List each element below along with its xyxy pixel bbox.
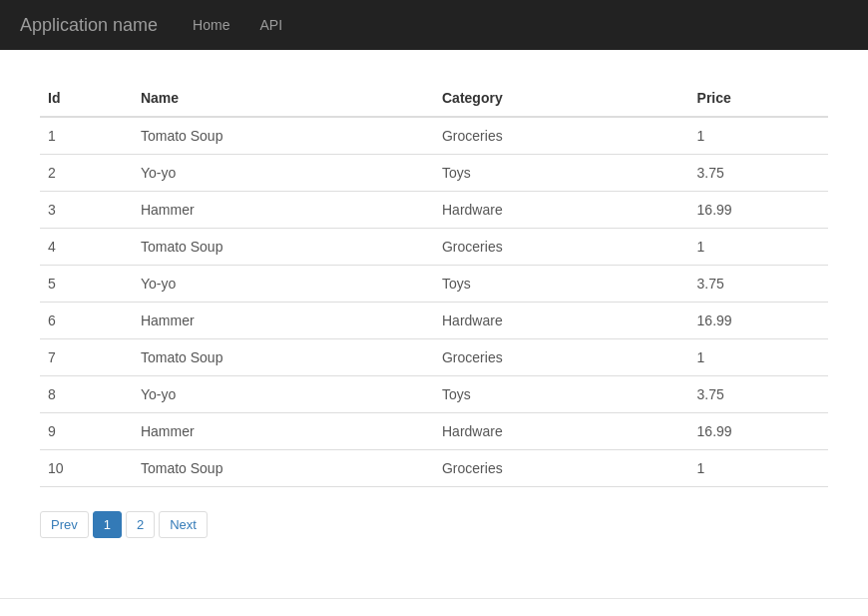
table-body: 1 Tomato Soup Groceries 1 2 Yo-yo Toys 3… — [40, 117, 828, 487]
navbar-item-api: API — [244, 2, 297, 48]
cell-price: 1 — [689, 450, 828, 487]
next-link[interactable]: Next — [159, 511, 208, 538]
table-row: 10 Tomato Soup Groceries 1 — [40, 450, 828, 487]
cell-id: 10 — [40, 450, 133, 487]
cell-name: Tomato Soup — [133, 117, 434, 155]
cell-category: Toys — [434, 155, 689, 192]
header-price: Price — [689, 80, 828, 117]
cell-category: Hardware — [434, 192, 689, 229]
navbar-link-home[interactable]: Home — [178, 2, 244, 48]
cell-id: 8 — [40, 376, 133, 413]
cell-id: 4 — [40, 229, 133, 266]
cell-name: Hammer — [133, 413, 434, 450]
table-row: 6 Hammer Hardware 16.99 — [40, 303, 828, 339]
cell-id: 6 — [40, 303, 133, 339]
products-table: Id Name Category Price 1 Tomato Soup Gro… — [40, 80, 828, 487]
navbar-item-home: Home — [178, 2, 244, 48]
cell-price: 1 — [689, 117, 828, 155]
cell-category: Toys — [434, 266, 689, 303]
cell-price: 3.75 — [689, 376, 828, 413]
pagination-next[interactable]: Next — [159, 511, 208, 538]
cell-name: Yo-yo — [133, 266, 434, 303]
cell-id: 3 — [40, 192, 133, 229]
main-content: Id Name Category Price 1 Tomato Soup Gro… — [0, 50, 868, 558]
navbar: Application name Home API — [0, 0, 868, 50]
cell-id: 1 — [40, 117, 133, 155]
cell-price: 3.75 — [689, 266, 828, 303]
page-1-link[interactable]: 1 — [93, 511, 122, 538]
cell-price: 16.99 — [689, 303, 828, 339]
table-row: 1 Tomato Soup Groceries 1 — [40, 117, 828, 155]
cell-price: 1 — [689, 229, 828, 266]
cell-name: Yo-yo — [133, 376, 434, 413]
cell-category: Hardware — [434, 413, 689, 450]
cell-category: Hardware — [434, 303, 689, 339]
cell-name: Tomato Soup — [133, 450, 434, 487]
cell-category: Groceries — [434, 339, 689, 376]
table-row: 4 Tomato Soup Groceries 1 — [40, 229, 828, 266]
cell-name: Tomato Soup — [133, 229, 434, 266]
navbar-brand[interactable]: Application name — [20, 15, 158, 36]
table-row: 7 Tomato Soup Groceries 1 — [40, 339, 828, 376]
cell-id: 7 — [40, 339, 133, 376]
pagination-page-1[interactable]: 1 — [93, 511, 122, 538]
table-row: 8 Yo-yo Toys 3.75 — [40, 376, 828, 413]
cell-name: Hammer — [133, 303, 434, 339]
navbar-link-api[interactable]: API — [244, 2, 297, 48]
prev-link[interactable]: Prev — [40, 511, 89, 538]
cell-id: 5 — [40, 266, 133, 303]
pagination: Prev 1 2 Next — [40, 511, 828, 538]
header-category: Category — [434, 80, 689, 117]
cell-category: Toys — [434, 376, 689, 413]
footer: © 2015 - My ASP.NET Application — [0, 598, 868, 616]
cell-price: 16.99 — [689, 413, 828, 450]
table-row: 5 Yo-yo Toys 3.75 — [40, 266, 828, 303]
cell-price: 1 — [689, 339, 828, 376]
header-id: Id — [40, 80, 133, 117]
cell-category: Groceries — [434, 450, 689, 487]
page-2-link[interactable]: 2 — [126, 511, 155, 538]
navbar-links: Home API — [178, 2, 297, 48]
cell-name: Tomato Soup — [133, 339, 434, 376]
table-header: Id Name Category Price — [40, 80, 828, 117]
table-row: 9 Hammer Hardware 16.99 — [40, 413, 828, 450]
pagination-prev[interactable]: Prev — [40, 511, 89, 538]
cell-category: Groceries — [434, 117, 689, 155]
cell-category: Groceries — [434, 229, 689, 266]
pagination-page-2[interactable]: 2 — [126, 511, 155, 538]
table-row: 3 Hammer Hardware 16.99 — [40, 192, 828, 229]
cell-name: Yo-yo — [133, 155, 434, 192]
cell-price: 3.75 — [689, 155, 828, 192]
cell-name: Hammer — [133, 192, 434, 229]
cell-id: 9 — [40, 413, 133, 450]
cell-id: 2 — [40, 155, 133, 192]
table-row: 2 Yo-yo Toys 3.75 — [40, 155, 828, 192]
cell-price: 16.99 — [689, 192, 828, 229]
header-name: Name — [133, 80, 434, 117]
